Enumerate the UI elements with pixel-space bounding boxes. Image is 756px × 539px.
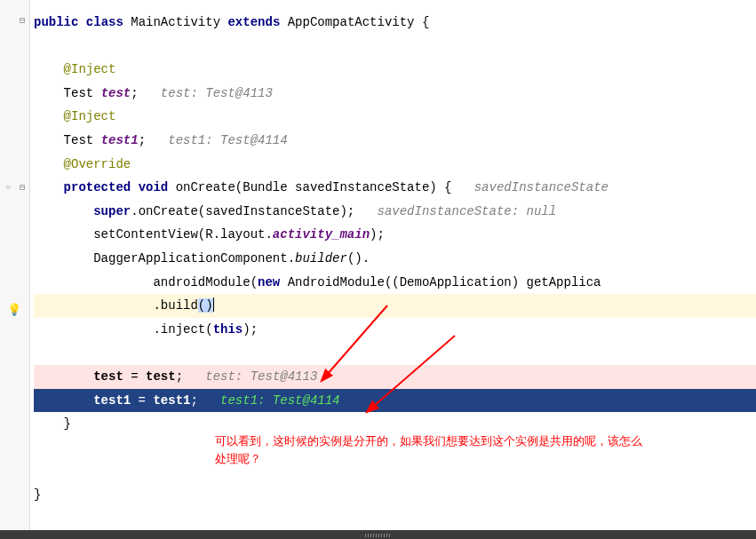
code-line: protected void onCreate(Bundle savedInst… — [34, 176, 756, 200]
code-line — [34, 35, 756, 59]
code-line: @Inject — [34, 105, 756, 129]
caret — [213, 297, 214, 312]
annotation-note: 可以看到，这时候的实例是分开的，如果我们想要达到这个实例是共用的呢，该怎么 处理… — [215, 432, 739, 467]
code-line: androidModule(new AndroidModule((DemoApp… — [34, 271, 756, 295]
code-line-diff-removed: test = test; test: Test@4113 — [34, 365, 756, 389]
code-line-highlighted: .build() — [34, 294, 756, 318]
status-bar — [0, 530, 756, 539]
code-line-selected: test1 = test1; test1: Test@4114 — [34, 389, 756, 413]
code-line: public class MainActivity extends AppCom… — [34, 11, 756, 35]
resize-grip-icon[interactable] — [365, 534, 392, 537]
code-line: } — [34, 483, 756, 507]
code-line: @Inject — [34, 58, 756, 82]
code-line: Test test1; test1: Test@4114 — [34, 129, 756, 153]
code-line: @Override — [34, 153, 756, 177]
code-line: DaggerApplicationComponent.builder(). — [34, 247, 756, 271]
code-line: setContentView(R.layout.activity_main); — [34, 223, 756, 247]
code-line: .inject(this); — [34, 318, 756, 342]
code-line: Test test; test: Test@4113 — [34, 82, 756, 106]
code-line — [34, 341, 756, 365]
code-line: super.onCreate(savedInstanceState); save… — [34, 200, 756, 224]
